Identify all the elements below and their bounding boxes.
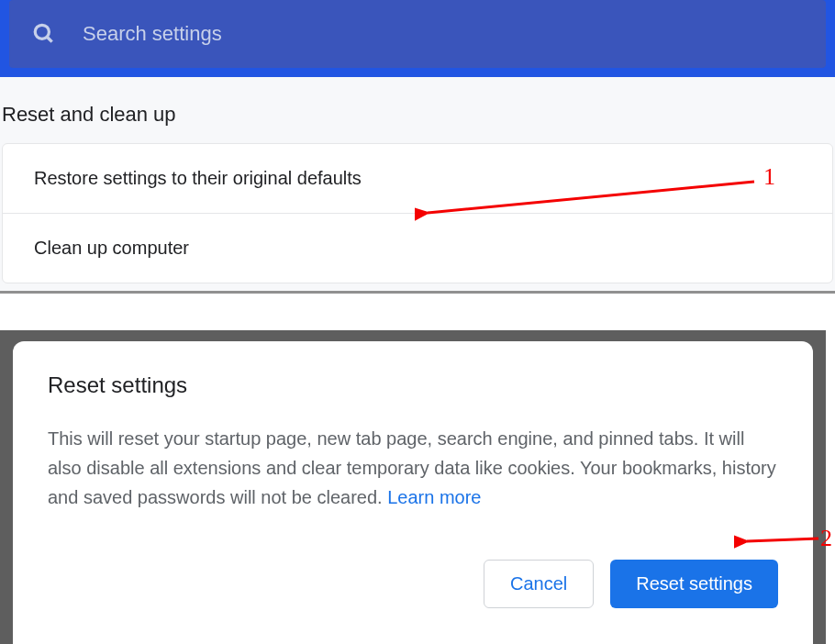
dialog-actions: Cancel Reset settings <box>48 560 778 608</box>
search-icon <box>31 21 57 47</box>
svg-point-0 <box>35 25 49 39</box>
cleanup-computer-row[interactable]: Clean up computer <box>3 213 832 283</box>
divider <box>0 291 835 294</box>
search-bar[interactable] <box>9 0 826 68</box>
dialog-backdrop: Reset settings This will reset your star… <box>0 330 826 644</box>
learn-more-link[interactable]: Learn more <box>387 487 481 507</box>
svg-line-1 <box>47 37 51 41</box>
settings-main: Reset and clean up Restore settings to t… <box>0 77 835 291</box>
search-input[interactable] <box>83 22 804 46</box>
restore-defaults-row[interactable]: Restore settings to their original defau… <box>3 144 832 213</box>
header-band <box>0 0 835 77</box>
section-title: Reset and clean up <box>0 77 835 143</box>
settings-card: Restore settings to their original defau… <box>2 143 833 283</box>
reset-dialog: Reset settings This will reset your star… <box>13 341 813 644</box>
reset-settings-button[interactable]: Reset settings <box>610 560 778 608</box>
cancel-button[interactable]: Cancel <box>484 560 594 608</box>
dialog-title: Reset settings <box>48 372 778 398</box>
dialog-body: This will reset your startup page, new t… <box>48 424 778 512</box>
